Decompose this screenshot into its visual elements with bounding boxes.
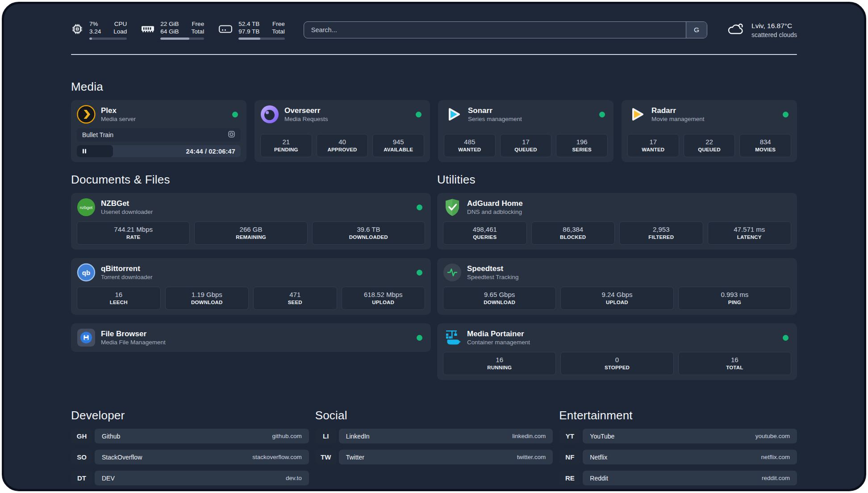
stat-ping: 0.993 ms PING: [678, 287, 791, 310]
link-url: linkedin.com: [512, 433, 546, 439]
app-name: Sonarr: [468, 106, 522, 115]
weather-condition: scattered clouds: [751, 31, 797, 38]
filebrowser-card[interactable]: File Browser Media File Management: [71, 323, 431, 352]
link-github[interactable]: GH Github github.com: [71, 429, 309, 443]
link-abbr-badge: SO: [71, 450, 92, 464]
app-subtitle: Media File Management: [101, 338, 166, 346]
link-url: netflix.com: [761, 454, 790, 460]
link-url: stackoverflow.com: [252, 454, 301, 460]
link-name: YouTube: [590, 433, 614, 440]
status-dot: [599, 112, 605, 117]
link-stackoverflow[interactable]: SO StackOverflow stackoverflow.com: [71, 450, 309, 464]
search-input[interactable]: [304, 22, 686, 38]
stat-leech: 16 LEECH: [77, 287, 161, 310]
playback-progress: 24:44 / 02:06:47: [77, 145, 241, 157]
stat-queries: 498,461 QUERIES: [443, 221, 527, 245]
app-subtitle: Usenet downloader: [101, 208, 153, 216]
link-name: Github: [102, 433, 120, 440]
stat-stopped: 0 STOPPED: [560, 352, 673, 375]
social-section-title: Social: [315, 409, 553, 422]
app-name: File Browser: [101, 329, 166, 338]
stat-rate: 744.21 Mbps RATE: [77, 221, 190, 245]
link-netflix[interactable]: NF Netflix netflix.com: [559, 450, 797, 464]
disk-free-value: 52.4 TB: [238, 20, 259, 28]
stat-available: 945 AVAILABLE: [372, 134, 424, 157]
radarr-card[interactable]: Radarr Movie management 17 WANTED 22 QUE…: [622, 100, 797, 162]
cpu-progress: [89, 38, 127, 40]
sonarr-card[interactable]: Sonarr Series management 485 WANTED 17 Q…: [438, 100, 613, 162]
speedtest-card[interactable]: Speedtest Speedtest Tracking 9.65 Gbps D…: [437, 258, 797, 315]
status-dot: [783, 335, 789, 341]
portainer-icon: [443, 328, 462, 347]
stat-queued: 22 QUEUED: [684, 134, 735, 157]
link-linkedin[interactable]: LI LinkedIn linkedin.com: [315, 429, 553, 443]
app-name: Media Portainer: [467, 329, 530, 338]
playback-time: 24:44 / 02:06:47: [186, 148, 235, 155]
link-url: github.com: [272, 433, 302, 439]
cloud-icon: [726, 22, 745, 38]
media-section-title: Media: [71, 80, 797, 94]
stat-remaining: 266 GB REMAINING: [194, 221, 307, 245]
overseerr-card[interactable]: Overseerr Media Requests 21 PENDING 40 A…: [255, 100, 430, 162]
app-name: qBittorrent: [101, 264, 153, 273]
app-subtitle: Torrent downloader: [101, 273, 153, 281]
stat-downloaded: 39.6 TB DOWNLOADED: [312, 221, 425, 245]
link-abbr-badge: LI: [315, 429, 337, 443]
disk-total-value: 97.9 TB: [238, 28, 259, 35]
cpu-stat: 7% 3.24 CPU Load: [71, 20, 127, 40]
status-dot: [232, 112, 238, 117]
link-url: youtube.com: [755, 433, 790, 439]
link-abbr-badge: NF: [559, 450, 580, 464]
app-subtitle: Series management: [468, 115, 522, 123]
link-abbr-badge: DT: [71, 471, 92, 485]
media-session-icon: [228, 130, 235, 139]
link-name: DEV: [102, 475, 115, 482]
stat-latency: 47.571 ms LATENCY: [708, 221, 792, 245]
cpu-load-value: 3.24: [89, 28, 101, 35]
ram-total-value: 64 GiB: [160, 28, 179, 35]
link-reddit[interactable]: RE Reddit reddit.com: [559, 471, 797, 485]
portainer-card[interactable]: Media Portainer Container management 16 …: [437, 323, 797, 380]
status-dot: [417, 205, 422, 210]
app-name: AdGuard Home: [467, 199, 523, 208]
stat-wanted: 485 WANTED: [444, 134, 496, 157]
link-url: reddit.com: [762, 475, 790, 481]
disk-stat: 52.4 TB 97.9 TB Free Total: [218, 20, 285, 40]
stat-upload: 9.24 Gbps UPLOAD: [560, 287, 673, 310]
app-name: NZBGet: [101, 199, 153, 208]
overseerr-icon: [260, 105, 279, 124]
entertainment-section-title: Entertainment: [559, 409, 797, 422]
link-youtube[interactable]: YT YouTube youtube.com: [559, 429, 797, 443]
disk-icon: [218, 24, 233, 36]
header-divider: [71, 54, 797, 55]
link-twitter[interactable]: TW Twitter twitter.com: [315, 450, 553, 464]
search-engine-button[interactable]: G: [686, 22, 707, 38]
entertainment-links-section: Entertainment YT YouTube youtube.com NF …: [559, 409, 797, 485]
top-bar: 7% 3.24 CPU Load: [71, 20, 797, 40]
weather-widget: Lviv, 16.87°C scattered clouds: [726, 22, 797, 38]
cpu-usage-label: CPU: [113, 20, 127, 28]
link-abbr-badge: GH: [71, 429, 92, 443]
link-name: Reddit: [590, 475, 608, 482]
app-subtitle: DNS and adblocking: [467, 208, 523, 216]
app-subtitle: Media server: [101, 115, 136, 123]
stat-download: 9.65 Gbps DOWNLOAD: [443, 287, 556, 310]
status-dot: [416, 112, 421, 117]
stat-wanted: 17 WANTED: [627, 134, 679, 157]
link-dev[interactable]: DT DEV dev.to: [71, 471, 309, 485]
app-subtitle: Container management: [467, 338, 530, 346]
qbittorrent-card[interactable]: qb qBittorrent Torrent downloader: [71, 258, 431, 315]
sonarr-icon: [444, 105, 463, 124]
stat-series: 196 SERIES: [556, 134, 608, 157]
cpu-usage-value: 7%: [89, 20, 101, 28]
app-name: Speedtest: [467, 264, 519, 273]
adguard-card[interactable]: AdGuard Home DNS and adblocking 498,461 …: [437, 193, 797, 250]
weather-location: Lviv, 16.87°C: [751, 22, 797, 30]
nzbget-icon: nzbget: [77, 198, 96, 217]
link-name: LinkedIn: [346, 433, 370, 440]
adguard-icon: [443, 198, 462, 217]
pause-button[interactable]: [82, 148, 87, 154]
utilities-section-title: Utilities: [437, 173, 797, 187]
plex-card[interactable]: Plex Media server Bullet Train: [71, 100, 246, 162]
nzbget-card[interactable]: nzbget NZBGet Usenet downloader 74: [71, 193, 431, 250]
